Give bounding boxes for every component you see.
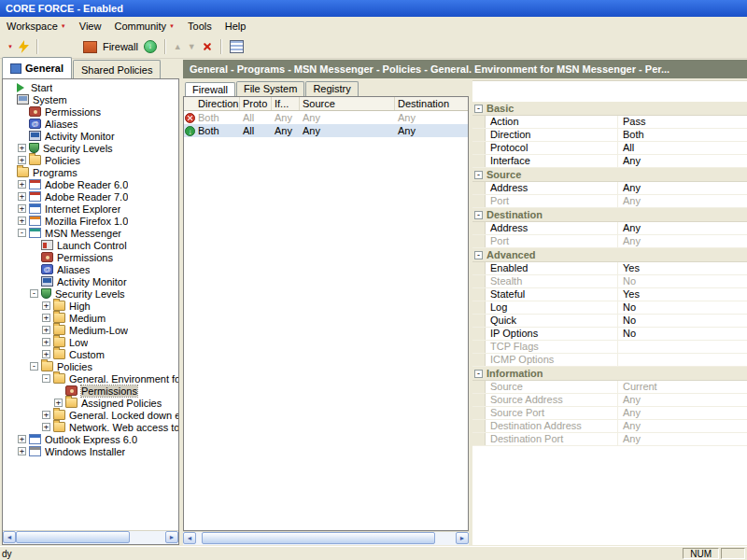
expand-icon[interactable]: +: [42, 314, 50, 322]
expand-icon[interactable]: +: [18, 217, 26, 225]
tab-registry[interactable]: Registry: [305, 81, 358, 96]
tree-item[interactable]: +Adobe Reader 7.0: [3, 190, 178, 203]
scrollbar-thumb[interactable]: [202, 532, 435, 544]
rule-row-deny[interactable]: Both All Any Any Any: [184, 111, 468, 124]
title-bar[interactable]: CORE FORCE - Enabled: [0, 0, 747, 17]
collapse-icon[interactable]: -: [30, 289, 38, 298]
property-row-info-source-port[interactable]: Source PortAny: [472, 407, 747, 420]
expand-icon[interactable]: +: [18, 144, 26, 152]
property-row-dest-address[interactable]: AddressAny: [472, 222, 747, 235]
property-row-info-dest-address[interactable]: Destination AddressAny: [472, 420, 747, 433]
group-information[interactable]: -Information: [472, 367, 747, 381]
tab-firewall[interactable]: Firewall: [185, 82, 235, 97]
tree-horizontal-scrollbar[interactable]: ◄ ►: [3, 530, 178, 544]
property-row-source-port[interactable]: PortAny: [472, 195, 747, 208]
tree-item[interactable]: +General. Locked down environm: [3, 409, 178, 421]
property-row-dest-port[interactable]: PortAny: [472, 235, 747, 248]
rule-row-allow-selected[interactable]: ↓Both All Any Any Any: [184, 124, 468, 137]
tree-item[interactable]: +Internet Explorer: [3, 203, 178, 215]
expand-icon[interactable]: +: [42, 350, 50, 358]
profiles-dropdown-icon[interactable]: ▼: [7, 44, 13, 49]
column-proto[interactable]: Proto: [240, 97, 272, 110]
menu-workspace[interactable]: Workspace▼: [0, 19, 73, 34]
tree-item[interactable]: +Network. Web access to Messe: [3, 421, 178, 433]
column-destination[interactable]: Destination: [395, 97, 468, 110]
group-source[interactable]: -Source: [472, 168, 747, 182]
report-icon[interactable]: [230, 40, 244, 53]
collapse-icon[interactable]: -: [18, 229, 26, 237]
scroll-left-icon[interactable]: ◄: [3, 531, 16, 543]
property-row-ip-options[interactable]: IP OptionsNo: [472, 328, 747, 341]
collapse-icon[interactable]: -: [474, 105, 483, 113]
delete-icon[interactable]: [202, 41, 213, 52]
firewall-enabled-icon[interactable]: ↓: [144, 40, 157, 53]
property-row-enabled[interactable]: EnabledYes: [472, 262, 747, 275]
collapse-icon[interactable]: -: [474, 171, 483, 179]
column-direction[interactable]: Direction: [184, 97, 240, 110]
expand-icon[interactable]: +: [18, 204, 26, 213]
tree-item-policies[interactable]: -Policies: [3, 360, 178, 372]
tree-item-start[interactable]: Start: [3, 81, 178, 93]
expand-icon[interactable]: +: [18, 156, 26, 164]
move-down-icon[interactable]: ▼: [188, 42, 196, 51]
collapse-icon[interactable]: -: [474, 211, 483, 219]
tree-item[interactable]: Launch Control: [3, 239, 178, 251]
collapse-icon[interactable]: -: [474, 370, 483, 378]
tree-item[interactable]: Activity Monitor: [3, 275, 178, 287]
tree-item[interactable]: Activity Monitor: [3, 130, 178, 142]
expand-icon[interactable]: +: [42, 411, 50, 419]
tree-item[interactable]: +Assigned Policies: [3, 397, 178, 409]
tree-item[interactable]: +Outlook Express 6.0: [3, 433, 178, 445]
property-row-direction[interactable]: DirectionBoth: [472, 129, 747, 142]
tree-item[interactable]: -Security Levels: [3, 287, 178, 300]
scroll-right-icon[interactable]: ►: [165, 531, 178, 543]
scrollbar-thumb[interactable]: [16, 531, 130, 543]
tree-item[interactable]: +Windows Installer: [3, 445, 178, 457]
property-row-action[interactable]: ActionPass: [472, 116, 747, 129]
tree-item[interactable]: +Adobe Reader 6.0: [3, 178, 178, 190]
expand-icon[interactable]: +: [18, 447, 26, 455]
collapse-icon[interactable]: -: [30, 362, 38, 371]
menu-community[interactable]: Community▼: [107, 19, 181, 34]
expand-icon[interactable]: +: [42, 338, 50, 346]
tab-file-system[interactable]: File System: [236, 81, 304, 96]
tree-item[interactable]: -General. Environment for MSN: [3, 372, 178, 385]
expand-icon[interactable]: +: [18, 192, 26, 201]
group-basic[interactable]: -Basic: [472, 102, 747, 116]
property-row-icmp-options[interactable]: ICMP Options: [472, 354, 747, 367]
property-row-stateful[interactable]: StatefulYes: [472, 288, 747, 301]
tab-general[interactable]: General: [2, 57, 72, 78]
group-advanced[interactable]: -Advanced: [472, 248, 747, 262]
property-row-source-address[interactable]: AddressAny: [472, 182, 747, 195]
tree-item-msn-messenger[interactable]: -MSN Messenger: [3, 227, 178, 239]
tree-item[interactable]: +Medium: [3, 312, 178, 324]
property-row-info-dest-port[interactable]: Destination PortAny: [472, 433, 747, 446]
property-row-protocol[interactable]: ProtocolAll: [472, 142, 747, 155]
property-row-log[interactable]: LogNo: [472, 301, 747, 315]
group-destination[interactable]: -Destination: [472, 208, 747, 222]
scroll-left-icon[interactable]: ◄: [183, 532, 196, 544]
move-up-icon[interactable]: ▲: [174, 42, 182, 51]
tab-shared-policies[interactable]: Shared Policies: [73, 60, 161, 78]
expand-icon[interactable]: +: [42, 326, 50, 334]
scroll-right-icon[interactable]: ►: [456, 532, 469, 544]
property-row-info-source[interactable]: SourceCurrent: [472, 381, 747, 394]
property-row-quick[interactable]: QuickNo: [472, 315, 747, 328]
property-row-info-source-address[interactable]: Source AddressAny: [472, 394, 747, 407]
expand-icon[interactable]: +: [18, 435, 26, 443]
tree-item[interactable]: +Custom: [3, 348, 178, 360]
tree-item[interactable]: Permissions: [3, 105, 178, 118]
property-row-tcp-flags[interactable]: TCP Flags: [472, 341, 747, 354]
collapse-icon[interactable]: -: [42, 374, 50, 383]
tree-item[interactable]: +Low: [3, 336, 178, 348]
tree-item[interactable]: +Medium-Low: [3, 324, 178, 336]
menu-view[interactable]: View: [73, 19, 108, 34]
menu-tools[interactable]: Tools: [181, 19, 218, 34]
property-row-interface[interactable]: InterfaceAny: [472, 155, 747, 168]
column-source[interactable]: Source: [300, 97, 395, 110]
tree-item[interactable]: Permissions: [3, 251, 178, 263]
expand-icon[interactable]: +: [54, 399, 63, 407]
rules-horizontal-scrollbar[interactable]: ◄ ►: [183, 531, 469, 545]
tree-item[interactable]: +Mozilla Firefox 1.0: [3, 215, 178, 227]
lightning-icon[interactable]: [19, 40, 29, 53]
